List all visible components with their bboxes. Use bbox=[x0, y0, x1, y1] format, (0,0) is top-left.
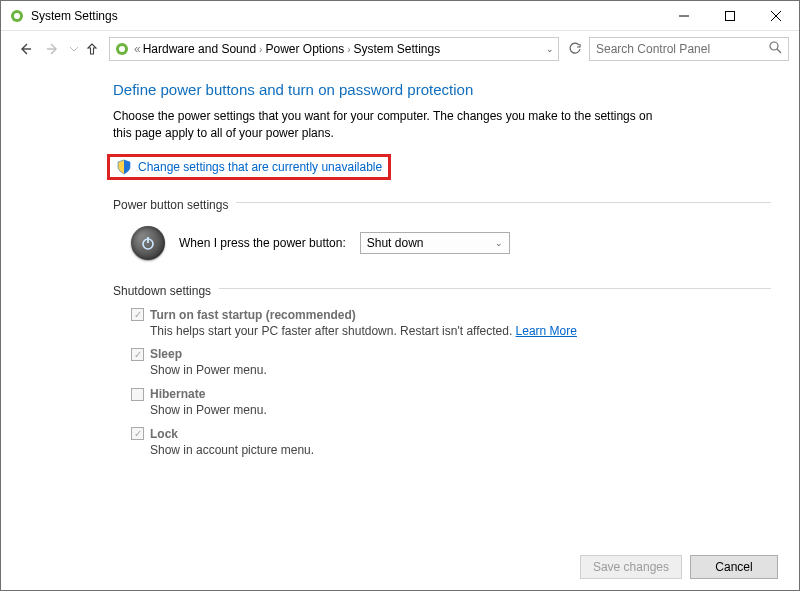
power-button-section-header: Power button settings bbox=[113, 190, 771, 216]
power-button-label: When I press the power button: bbox=[179, 236, 346, 250]
change-settings-link[interactable]: Change settings that are currently unava… bbox=[138, 160, 382, 174]
list-item: ✓ Turn on fast startup (recommended) Thi… bbox=[131, 308, 771, 340]
search-placeholder: Search Control Panel bbox=[596, 42, 769, 56]
refresh-button[interactable] bbox=[563, 37, 587, 61]
back-button[interactable] bbox=[11, 35, 39, 63]
checkbox-fast-startup[interactable]: ✓ bbox=[131, 308, 144, 321]
address-bar[interactable]: « Hardware and Sound › Power Options › S… bbox=[109, 37, 559, 61]
list-item: ✓ Sleep Show in Power menu. bbox=[131, 347, 771, 379]
breadcrumb-lead: « bbox=[134, 42, 141, 56]
search-icon bbox=[769, 41, 782, 57]
learn-more-link[interactable]: Learn More bbox=[516, 324, 577, 338]
list-item: Hibernate Show in Power menu. bbox=[131, 387, 771, 419]
item-label: Turn on fast startup (recommended) bbox=[150, 308, 356, 322]
checkbox-hibernate[interactable] bbox=[131, 388, 144, 401]
shield-icon bbox=[116, 159, 132, 175]
item-label: Sleep bbox=[150, 347, 182, 361]
item-desc: Show in Power menu. bbox=[150, 402, 771, 419]
page-intro: Choose the power settings that you want … bbox=[113, 108, 673, 142]
chevron-down-icon: ⌄ bbox=[495, 238, 503, 248]
item-desc: Show in Power menu. bbox=[150, 362, 771, 379]
power-options-icon bbox=[114, 41, 130, 57]
navbar: « Hardware and Sound › Power Options › S… bbox=[1, 31, 799, 67]
list-item: ✓ Lock Show in account picture menu. bbox=[131, 427, 771, 459]
content: Define power buttons and turn on passwor… bbox=[1, 67, 799, 459]
change-settings-highlight: Change settings that are currently unava… bbox=[107, 154, 391, 180]
shutdown-section-header: Shutdown settings bbox=[113, 276, 771, 302]
power-options-icon bbox=[9, 8, 25, 24]
forward-button[interactable] bbox=[39, 35, 67, 63]
breadcrumb-item[interactable]: System Settings bbox=[354, 42, 441, 56]
section-label: Shutdown settings bbox=[113, 284, 211, 298]
item-desc: Show in account picture menu. bbox=[150, 442, 771, 459]
page-heading: Define power buttons and turn on passwor… bbox=[113, 81, 771, 98]
maximize-button[interactable] bbox=[707, 1, 753, 31]
save-button[interactable]: Save changes bbox=[580, 555, 682, 579]
breadcrumb-item[interactable]: Power Options bbox=[265, 42, 344, 56]
checkbox-sleep[interactable]: ✓ bbox=[131, 348, 144, 361]
power-button-dropdown[interactable]: Shut down ⌄ bbox=[360, 232, 510, 254]
footer: Save changes Cancel bbox=[580, 555, 778, 579]
svg-rect-3 bbox=[726, 11, 735, 20]
search-input[interactable]: Search Control Panel bbox=[589, 37, 789, 61]
section-label: Power button settings bbox=[113, 198, 228, 212]
chevron-right-icon: › bbox=[347, 44, 350, 55]
power-button-row: When I press the power button: Shut down… bbox=[131, 226, 771, 260]
svg-line-11 bbox=[777, 49, 781, 53]
item-desc: This helps start your PC faster after sh… bbox=[150, 323, 771, 340]
up-button[interactable] bbox=[81, 38, 103, 60]
svg-point-9 bbox=[119, 46, 125, 52]
titlebar: System Settings bbox=[1, 1, 799, 31]
recent-dropdown[interactable] bbox=[67, 35, 81, 63]
chevron-right-icon: › bbox=[259, 44, 262, 55]
shutdown-settings-list: ✓ Turn on fast startup (recommended) Thi… bbox=[131, 308, 771, 459]
window-title: System Settings bbox=[31, 9, 661, 23]
cancel-button[interactable]: Cancel bbox=[690, 555, 778, 579]
minimize-button[interactable] bbox=[661, 1, 707, 31]
dropdown-value: Shut down bbox=[367, 236, 495, 250]
power-icon bbox=[131, 226, 165, 260]
checkbox-lock[interactable]: ✓ bbox=[131, 427, 144, 440]
close-button[interactable] bbox=[753, 1, 799, 31]
chevron-down-icon[interactable]: ⌄ bbox=[546, 44, 554, 54]
item-label: Hibernate bbox=[150, 387, 205, 401]
svg-point-1 bbox=[14, 13, 20, 19]
svg-point-10 bbox=[770, 42, 778, 50]
item-label: Lock bbox=[150, 427, 178, 441]
breadcrumb-item[interactable]: Hardware and Sound bbox=[143, 42, 256, 56]
